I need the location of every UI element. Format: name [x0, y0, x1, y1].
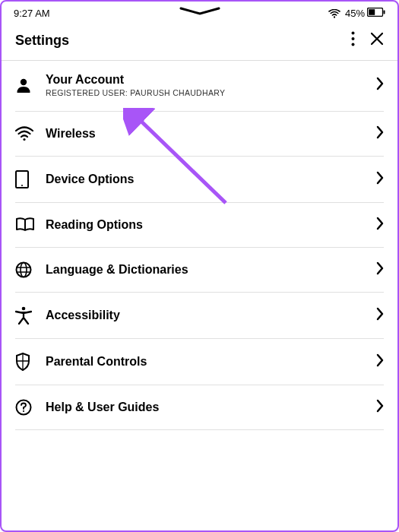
svg-point-5	[352, 37, 355, 40]
wireless-row[interactable]: Wireless	[15, 112, 384, 157]
row-title: Reading Options	[46, 218, 376, 232]
svg-rect-3	[384, 11, 385, 14]
language-dictionaries-row[interactable]: Language & Dictionaries	[15, 248, 384, 293]
your-account-row[interactable]: Your Account REGISTERED USER: PAURUSH CH…	[15, 61, 384, 112]
chevron-right-icon	[376, 125, 384, 142]
person-icon	[15, 77, 36, 93]
shield-icon	[15, 353, 36, 371]
close-button[interactable]	[370, 32, 384, 49]
reading-options-row[interactable]: Reading Options	[15, 203, 384, 248]
chevron-right-icon	[376, 261, 384, 278]
device-icon	[15, 170, 36, 188]
globe-icon	[15, 261, 36, 278]
svg-point-11	[17, 263, 31, 277]
accessibility-row[interactable]: Accessibility	[15, 293, 384, 339]
settings-list: Your Account REGISTERED USER: PAURUSH CH…	[2, 61, 397, 430]
accessibility-icon	[15, 306, 36, 325]
row-title: Device Options	[46, 173, 376, 186]
wifi-icon	[15, 126, 36, 141]
help-icon	[15, 399, 36, 416]
chevron-right-icon	[376, 353, 384, 370]
row-title: Language & Dictionaries	[46, 263, 376, 277]
svg-point-15	[23, 410, 24, 412]
svg-point-6	[352, 43, 355, 46]
svg-point-10	[21, 185, 23, 186]
page-title: Settings	[15, 33, 69, 49]
svg-point-12	[21, 263, 27, 277]
svg-point-8	[23, 138, 25, 141]
battery-icon	[367, 8, 385, 19]
wifi-icon	[328, 9, 340, 18]
book-icon	[15, 217, 36, 233]
svg-rect-2	[369, 9, 375, 15]
row-title: Accessibility	[46, 309, 376, 322]
chevron-right-icon	[376, 77, 384, 93]
row-title: Parental Controls	[46, 355, 376, 369]
drag-handle-icon	[177, 6, 223, 17]
row-title: Wireless	[46, 127, 376, 141]
registered-user-label: REGISTERED USER: PAURUSH CHAUDHARY	[46, 88, 376, 97]
svg-point-7	[21, 79, 27, 85]
settings-header: Settings	[2, 22, 397, 60]
row-title: Your Account	[46, 73, 376, 87]
device-options-row[interactable]: Device Options	[15, 157, 384, 203]
more-options-button[interactable]	[351, 31, 355, 49]
svg-point-13	[22, 307, 26, 311]
status-time: 9:27 AM	[14, 8, 50, 19]
svg-point-4	[352, 32, 355, 35]
chevron-right-icon	[376, 399, 384, 416]
chevron-right-icon	[376, 307, 384, 324]
parental-controls-row[interactable]: Parental Controls	[15, 339, 384, 385]
chevron-right-icon	[376, 217, 384, 233]
battery-percentage: 45%	[345, 8, 365, 19]
help-user-guides-row[interactable]: Help & User Guides	[15, 385, 384, 430]
row-title: Help & User Guides	[46, 401, 376, 414]
svg-point-0	[334, 16, 335, 17]
chevron-right-icon	[376, 171, 384, 188]
